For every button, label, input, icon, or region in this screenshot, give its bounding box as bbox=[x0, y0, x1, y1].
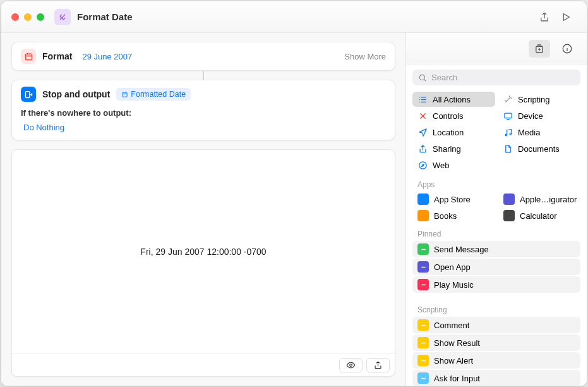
category-label: Sharing bbox=[433, 144, 461, 154]
category-controls[interactable]: Controls bbox=[412, 108, 495, 123]
result-output: Fri, 29 Jun 2007 12:00:00 -0700 bbox=[140, 247, 266, 257]
app-label: Calculator bbox=[520, 211, 557, 221]
category-label: Location bbox=[433, 128, 464, 137]
apps-grid: App StoreApple…iguratorBooksCalculator bbox=[406, 192, 587, 223]
category-documents[interactable]: Documents bbox=[498, 141, 580, 156]
search-icon bbox=[418, 73, 427, 82]
share-button[interactable] bbox=[534, 8, 555, 26]
scripting-ask-for-input[interactable]: Ask for Input bbox=[412, 370, 580, 386]
app-window: Format Date Format 29 June 2007 Show Mor… bbox=[1, 1, 587, 386]
apps-section-label: Apps bbox=[406, 174, 587, 192]
svg-rect-1 bbox=[25, 91, 29, 97]
svg-point-9 bbox=[510, 133, 512, 135]
search-input[interactable] bbox=[431, 73, 575, 82]
action-label: Comment bbox=[434, 321, 469, 330]
format-date-param[interactable]: 29 June 2007 bbox=[78, 51, 136, 63]
show-more-button[interactable]: Show More bbox=[344, 52, 386, 61]
action-icon bbox=[417, 319, 429, 331]
category-all-actions[interactable]: All Actions bbox=[412, 92, 495, 107]
share-result-button[interactable] bbox=[366, 358, 390, 372]
svg-rect-0 bbox=[25, 54, 32, 59]
category-sharing[interactable]: Sharing bbox=[412, 141, 495, 156]
category-web[interactable]: Web bbox=[412, 157, 495, 173]
nav-icon bbox=[417, 127, 428, 137]
app-label: Books bbox=[434, 211, 457, 221]
app-label: Apple…igurator bbox=[520, 195, 577, 204]
action-label: Open App bbox=[434, 262, 471, 272]
scripting-show-alert[interactable]: Show Alert bbox=[412, 352, 580, 369]
svg-point-3 bbox=[350, 364, 352, 367]
app-calculator[interactable]: Calculator bbox=[498, 208, 580, 223]
calendar-icon bbox=[21, 49, 36, 64]
share-icon bbox=[417, 144, 428, 154]
category-label: All Actions bbox=[433, 95, 471, 104]
category-media[interactable]: Media bbox=[498, 125, 580, 140]
scripting-section-label: Scripting bbox=[406, 299, 587, 317]
svg-point-6 bbox=[419, 75, 424, 80]
pinned-section-label: Pinned bbox=[406, 223, 587, 241]
action-icon bbox=[417, 337, 429, 348]
action-label: Show Alert bbox=[434, 356, 473, 366]
app-books[interactable]: Books bbox=[412, 208, 495, 223]
action-icon bbox=[417, 355, 429, 366]
run-button[interactable] bbox=[555, 8, 577, 26]
doc-icon bbox=[503, 144, 513, 154]
search-field[interactable] bbox=[412, 70, 580, 85]
action-label: Ask for Input bbox=[434, 374, 480, 383]
action-icon bbox=[417, 261, 429, 273]
pinned-open-app[interactable]: Open App bbox=[412, 259, 580, 275]
action-label: Send Message bbox=[434, 245, 489, 254]
scripting-comment[interactable]: Comment bbox=[412, 317, 580, 333]
do-nothing-option[interactable]: Do Nothing bbox=[21, 121, 386, 133]
nowhere-output-label: If there's nowhere to output: bbox=[21, 108, 386, 118]
app-icon bbox=[417, 194, 429, 205]
action-icon bbox=[417, 243, 429, 255]
action-format-date[interactable]: Format 29 June 2007 Show More bbox=[11, 42, 395, 71]
workflow-canvas: Format 29 June 2007 Show More Stop and o… bbox=[1, 33, 405, 386]
category-label: Controls bbox=[433, 111, 463, 121]
action-label: Show Result bbox=[434, 338, 480, 348]
action-stop-output[interactable]: Stop and output Formatted Date If there'… bbox=[11, 80, 395, 140]
list-icon bbox=[417, 94, 428, 104]
svg-point-8 bbox=[505, 134, 507, 136]
pinned-send-message[interactable]: Send Message bbox=[412, 241, 580, 257]
info-button[interactable] bbox=[556, 40, 578, 58]
app-icon bbox=[417, 210, 429, 221]
library-sidebar: All ActionsScriptingControlsDeviceLocati… bbox=[405, 33, 587, 386]
app-icon bbox=[503, 210, 515, 221]
pinned-list: Send MessageOpen AppPlay Music bbox=[406, 241, 587, 299]
device-icon bbox=[503, 111, 513, 121]
connector-line bbox=[203, 71, 204, 80]
action-icon bbox=[417, 372, 429, 384]
action-title: Format bbox=[42, 51, 72, 61]
svg-rect-7 bbox=[504, 113, 511, 118]
pinned-play-music[interactable]: Play Music bbox=[412, 276, 580, 293]
wand-icon bbox=[503, 94, 513, 104]
category-scripting[interactable]: Scripting bbox=[498, 92, 580, 107]
scripting-show-result[interactable]: Show Result bbox=[412, 335, 580, 351]
result-viewer: Fri, 29 Jun 2007 12:00:00 -0700 bbox=[11, 149, 395, 377]
category-label: Documents bbox=[518, 144, 560, 154]
traffic-lights bbox=[11, 13, 44, 21]
app-label: App Store bbox=[434, 195, 471, 204]
category-label: Device bbox=[518, 111, 543, 121]
category-location[interactable]: Location bbox=[412, 125, 495, 140]
token-label: Formatted Date bbox=[131, 90, 186, 99]
maximize-button[interactable] bbox=[37, 13, 44, 21]
library-toggle-button[interactable] bbox=[529, 40, 550, 58]
quick-look-button[interactable] bbox=[339, 358, 363, 372]
app-app-store[interactable]: App Store bbox=[412, 192, 495, 207]
window-title: Format Date bbox=[77, 11, 133, 22]
minimize-button[interactable] bbox=[24, 13, 32, 21]
music-icon bbox=[503, 127, 513, 137]
scripting-list: CommentShow ResultShow AlertAsk for Inpu… bbox=[406, 317, 587, 386]
titlebar: Format Date bbox=[1, 1, 587, 33]
category-device[interactable]: Device bbox=[498, 108, 580, 123]
action-label: Play Music bbox=[434, 280, 474, 290]
close-button[interactable] bbox=[11, 13, 19, 21]
app-apple-igurator[interactable]: Apple…igurator bbox=[498, 192, 580, 207]
app-icon bbox=[54, 9, 71, 25]
exit-icon bbox=[21, 87, 36, 102]
formatted-date-token[interactable]: Formatted Date bbox=[116, 88, 191, 101]
action-icon bbox=[417, 279, 429, 290]
